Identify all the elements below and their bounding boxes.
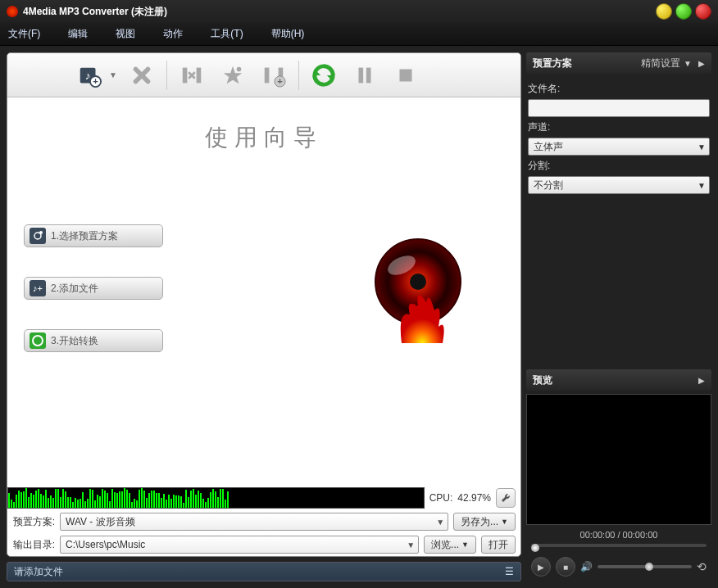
preview-box: 00:00:00 / 00:00:00 ▶ ■ 🔊 ⟲ [526,394,711,581]
chevron-down-icon: ▼ [698,181,706,190]
svg-text:+: + [277,76,283,86]
profile-value: WAV - 波形音频 [66,515,135,529]
browse-button[interactable]: 浏览... ▼ [424,536,476,554]
window-title: 4Media MP3 Converter (未注册) [23,5,167,19]
chevron-down-icon: ▼ [436,518,444,527]
svg-rect-14 [30,228,46,244]
wizard-step-1[interactable]: 1.选择预置方案 [24,224,163,247]
channel-label: 声道: [528,120,710,134]
menu-view[interactable]: 视图 [116,27,135,41]
wizard-step-3[interactable]: 3.开始转换 [24,329,163,352]
status-bar: 请添加文件 ☰ [7,562,521,581]
cpu-row: CPU:42.97% [7,486,520,510]
add-file-dropdown-icon[interactable]: ▼ [109,59,117,92]
cpu-settings-button[interactable] [496,488,516,508]
chevron-right-icon: ▶ [698,376,705,385]
cpu-graph [7,487,425,509]
preset-header-title: 预置方案 [533,57,572,70]
wizard-step-2[interactable]: ♪+ 2.添加文件 [24,277,163,300]
add-file-button[interactable]: ♪+ [73,59,106,92]
save-as-button[interactable]: 另存为... ▼ [453,513,516,531]
svg-point-21 [410,274,426,290]
stop-button[interactable] [389,59,422,92]
filename-input[interactable] [528,99,710,117]
settings-mode-toggle[interactable]: 精简设置 ▼ ▶ [641,57,705,70]
profile-row: 预置方案: WAV - 波形音频 ▼ 另存为... ▼ [7,510,520,533]
wizard-title: 使用向导 [7,122,520,153]
svg-text:+: + [93,76,98,86]
preview-seek-slider[interactable] [526,544,711,552]
menu-help[interactable]: 帮助(H) [271,27,305,41]
svg-rect-4 [183,67,188,83]
split-label: 分割: [528,159,710,173]
svg-text:♪+: ♪+ [33,283,43,293]
output-label: 输出目录: [12,538,55,552]
play-button[interactable]: ▶ [531,557,551,577]
chevron-right-icon: ▶ [698,59,705,68]
chevron-down-icon: ▼ [461,541,469,549]
preview-screen [526,394,711,525]
chevron-down-icon: ▼ [407,541,415,550]
svg-rect-13 [400,69,412,81]
split-combo[interactable]: 不分割 ▼ [528,176,710,194]
svg-rect-5 [197,67,202,83]
add-file-icon: ♪+ [30,280,46,296]
snapshot-button[interactable]: ⟲ [697,560,707,573]
svg-rect-12 [366,67,371,83]
channel-combo[interactable]: 立体声 ▼ [528,138,710,156]
profile-label: 预置方案: [12,515,55,529]
menubar: 文件(F) 编辑 视图 动作 工具(T) 帮助(H) [0,23,718,46]
chevron-down-icon: ▼ [698,142,706,152]
menu-edit[interactable]: 编辑 [68,27,88,41]
filename-label: 文件名: [528,82,710,96]
titlebar[interactable]: 4Media MP3 Converter (未注册) [0,0,718,23]
preview-header-title: 预览 [533,373,552,387]
output-row: 输出目录: C:\Users\pc\Music ▼ 浏览... ▼ 打开 [7,533,520,556]
disc-artwork-icon [365,237,471,343]
preview-panel-header: 预览 ▶ [526,369,711,391]
stop-preview-button[interactable]: ■ [556,557,575,577]
step-2-label: 2.添加文件 [51,282,98,296]
merge-button[interactable]: + [257,59,290,92]
cpu-label: CPU: [429,492,453,504]
toolbar: ♪+ ▼ + [7,53,520,97]
volume-slider[interactable] [598,565,692,568]
chevron-down-icon: ▼ [501,518,508,526]
pause-button[interactable] [348,59,381,92]
open-button[interactable]: 打开 [481,536,516,554]
svg-point-6 [237,66,242,71]
preview-expand-button[interactable]: ▶ [698,376,705,385]
profile-combo[interactable]: WAV - 波形音频 ▼ [60,513,448,531]
minimize-button[interactable] [656,3,672,20]
svg-point-16 [39,231,43,234]
convert-button[interactable] [307,59,340,92]
volume-icon: 🔊 [580,561,593,572]
preview-time: 00:00:00 / 00:00:00 [526,525,711,541]
effect-button[interactable] [216,59,249,92]
menu-action[interactable]: 动作 [163,27,183,41]
profile-icon [30,228,46,244]
wizard-area: 使用向导 1.选择预置方案 ♪+ 2.添加文件 3.开始转换 [7,97,520,486]
playlist-icon[interactable]: ☰ [505,566,514,577]
svg-rect-11 [359,67,364,83]
step-1-label: 1.选择预置方案 [51,229,118,243]
chevron-down-icon: ▼ [684,59,692,68]
close-button[interactable] [695,3,711,20]
output-combo[interactable]: C:\Users\pc\Music ▼ [60,536,419,554]
svg-rect-7 [265,67,270,83]
clip-button[interactable] [175,59,208,92]
menu-file[interactable]: 文件(F) [8,27,40,41]
preset-settings: 文件名: 声道: 立体声 ▼ 分割: 不分割 ▼ [526,77,711,199]
preset-panel-header: 预置方案 精简设置 ▼ ▶ [526,52,711,74]
convert-icon [30,332,46,349]
main-card: ♪+ ▼ + [7,52,521,557]
app-logo-icon [7,6,18,17]
maximize-button[interactable] [675,3,692,20]
step-3-label: 3.开始转换 [51,334,98,348]
delete-button[interactable] [125,59,158,92]
cpu-value: 42.97% [457,492,491,504]
status-text: 请添加文件 [14,565,63,579]
menu-tools[interactable]: 工具(T) [211,27,243,41]
output-value: C:\Users\pc\Music [66,539,145,550]
